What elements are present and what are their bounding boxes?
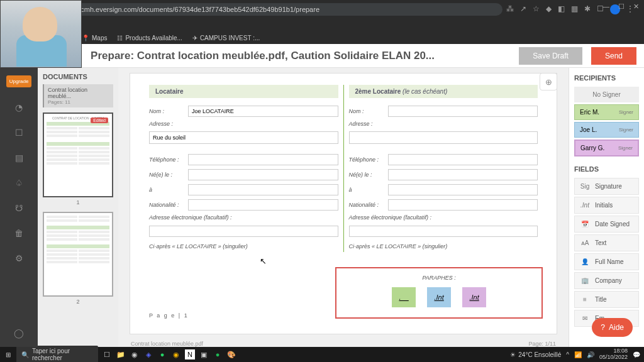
field-text[interactable]: ᴀAText bbox=[574, 234, 639, 251]
bookmark-maps[interactable]: 📍 Maps bbox=[82, 35, 107, 41]
whatsapp-icon[interactable]: ● bbox=[157, 349, 167, 359]
initials-field-garry[interactable]: .Int bbox=[462, 287, 486, 307]
upgrade-button[interactable]: Upgrade bbox=[6, 75, 32, 87]
footer-note-left: Ci-après « LE LOCATAIRE » (singulier) bbox=[149, 243, 338, 250]
trash-icon[interactable]: 🗑 bbox=[14, 228, 23, 238]
start-button[interactable]: ⊞ bbox=[4, 351, 13, 358]
email-right-input[interactable] bbox=[349, 226, 538, 237]
field-date-signed[interactable]: 📅Date Signed bbox=[574, 216, 639, 233]
send-button[interactable]: Send bbox=[591, 47, 636, 65]
recipient-eric[interactable]: Eric M.Signer bbox=[574, 104, 639, 120]
locataire2-column: 2ème Locataire (le cas échéant) Nom : Ad… bbox=[344, 85, 543, 252]
aide-button[interactable]: ? Aide bbox=[592, 318, 633, 337]
taskbar-search[interactable]: 🔍 Taper ici pour rechercher bbox=[16, 346, 98, 362]
browser-chrome: ericmh.eversign.com/documents/67934de13f… bbox=[0, 0, 644, 31]
bookmark-products[interactable]: ☷ Products Available... bbox=[117, 35, 182, 41]
ext2-icon[interactable]: ◧ bbox=[558, 4, 565, 14]
star-icon[interactable]: ☆ bbox=[533, 4, 540, 14]
recipient-joe[interactable]: Joe L.Signer bbox=[574, 122, 639, 138]
current-document[interactable]: Contrat location meublé... Pages: 11 bbox=[43, 84, 113, 107]
edge-icon[interactable]: ◉ bbox=[130, 349, 140, 359]
tel-left-input[interactable] bbox=[188, 154, 338, 165]
bookmark-campus[interactable]: ✈ CAMPUS INVEST :... bbox=[192, 35, 260, 41]
app-sidebar: Upgrade ◔ ☐ ▤ ♤ ☋ 🗑 ⚙ ◯ bbox=[0, 44, 38, 347]
thumb-num-1: 1 bbox=[43, 199, 113, 206]
save-draft-button[interactable]: Save Draft bbox=[519, 47, 582, 65]
ne-right-input[interactable] bbox=[388, 169, 538, 180]
explorer-icon[interactable]: 📁 bbox=[116, 349, 126, 359]
recipients-title: RECIPIENTS bbox=[574, 74, 639, 82]
a-right-input[interactable] bbox=[388, 184, 538, 195]
spotify-icon[interactable]: ● bbox=[213, 349, 223, 359]
thumbnail-1[interactable]: Edited CONTRAT DE LOCATION – LOGEM bbox=[43, 112, 113, 197]
volume-icon[interactable]: 🔊 bbox=[587, 351, 594, 358]
dashboard-icon[interactable]: ◔ bbox=[15, 102, 23, 112]
chevron-up-icon[interactable]: ^ bbox=[566, 351, 569, 358]
taskview-icon[interactable]: ☐ bbox=[102, 349, 112, 359]
notion-icon[interactable]: N bbox=[185, 349, 195, 359]
templates-icon[interactable]: ▤ bbox=[15, 153, 23, 163]
initials-field-eric[interactable]: .__ bbox=[392, 287, 416, 307]
weather-widget[interactable]: ☀ 24°C Ensoleillé bbox=[510, 351, 561, 358]
app2-icon[interactable]: ▣ bbox=[199, 349, 209, 359]
contacts-icon[interactable]: ☋ bbox=[15, 203, 23, 213]
nom-left-input[interactable] bbox=[188, 106, 338, 117]
help-icon[interactable]: ◯ bbox=[14, 328, 24, 338]
wifi-icon[interactable]: 📶 bbox=[574, 351, 582, 358]
nat-right-input[interactable] bbox=[388, 199, 538, 211]
address-bar[interactable]: ericmh.eversign.com/documents/67934de13f… bbox=[68, 3, 502, 16]
ext1-icon[interactable]: ◆ bbox=[546, 4, 552, 14]
documents-title: DOCUMENTS bbox=[43, 73, 113, 80]
tel-right-input[interactable] bbox=[388, 154, 538, 165]
content-row: DOCUMENTS Contrat location meublé... Pag… bbox=[38, 68, 644, 347]
email-left-input[interactable] bbox=[149, 226, 338, 237]
field-title[interactable]: ≡Title bbox=[574, 291, 639, 308]
paint-icon[interactable]: 🎨 bbox=[226, 349, 236, 359]
col-left-header: Locataire bbox=[149, 85, 338, 98]
field-initials[interactable]: .IntInitials bbox=[574, 197, 639, 214]
ext3-icon[interactable]: ▦ bbox=[571, 4, 578, 14]
page-title: Prepare: Contrat location meublée.pdf, C… bbox=[91, 50, 510, 62]
locataire-column: Locataire Nom : Adresse : Téléphone : Né… bbox=[144, 85, 344, 252]
share-icon[interactable]: ↗ bbox=[520, 4, 526, 14]
taskbar-clock[interactable]: 18:0805/10/2022 bbox=[599, 348, 628, 361]
adresse-right-input[interactable] bbox=[349, 131, 538, 144]
settings-icon[interactable]: ⚙ bbox=[15, 253, 23, 263]
chrome-icon[interactable]: ◉ bbox=[171, 349, 181, 359]
right-panel: RECIPIENTS No Signer Eric M.Signer Joe L… bbox=[569, 68, 644, 347]
document-page-1: Locataire Nom : Adresse : Téléphone : Né… bbox=[130, 73, 557, 334]
app1-icon[interactable]: ◈ bbox=[143, 349, 153, 359]
notifications-icon[interactable]: 💬 bbox=[633, 351, 640, 358]
recipient-garry[interactable]: Garry G.Signer bbox=[574, 140, 639, 156]
field-full-name[interactable]: 👤Full Name bbox=[574, 253, 639, 270]
thumbnail-2[interactable] bbox=[43, 212, 113, 297]
field-company[interactable]: 🏢Company bbox=[574, 272, 639, 289]
adresse-left-input[interactable] bbox=[149, 131, 338, 144]
paraphes-box: PARAPHES : .__ .Int .Int bbox=[335, 267, 543, 319]
edited-badge: Edited bbox=[91, 118, 108, 123]
recipient-none[interactable]: No Signer bbox=[574, 87, 639, 102]
documents-panel: DOCUMENTS Contrat location meublé... Pag… bbox=[38, 68, 118, 347]
paraphes-title: PARAPHES : bbox=[345, 275, 533, 281]
taskbar: ⊞ 🔍 Taper ici pour rechercher ☐ 📁 ◉ ◈ ● … bbox=[0, 347, 644, 362]
page-number: P a g e | 1 bbox=[144, 312, 189, 319]
nat-left-input[interactable] bbox=[188, 199, 338, 211]
puzzle-icon[interactable]: ✱ bbox=[584, 4, 591, 14]
webcam-overlay bbox=[0, 0, 82, 68]
window-controls[interactable]: —☐✕ bbox=[602, 3, 639, 11]
translate-icon[interactable]: ⁂ bbox=[506, 4, 514, 14]
field-signature[interactable]: SigSignature bbox=[574, 178, 639, 195]
fields-title: FIELDS bbox=[574, 165, 639, 173]
initials-field-joe[interactable]: .Int bbox=[427, 287, 451, 307]
ne-left-input[interactable] bbox=[188, 169, 338, 180]
nom-right-input[interactable] bbox=[388, 106, 538, 117]
preview-area[interactable]: ⊕ Locataire Nom : Adresse : Téléphone : … bbox=[118, 68, 569, 347]
a-left-input[interactable] bbox=[188, 184, 338, 195]
notify-icon[interactable]: ♤ bbox=[15, 178, 23, 188]
col-right-header: 2ème Locataire (le cas échéant) bbox=[349, 85, 538, 98]
zoom-button[interactable]: ⊕ bbox=[540, 73, 557, 90]
thumb-num-2: 2 bbox=[43, 299, 113, 305]
footer-note-right: Ci-après « LE LOCATAIRE » (singulier) bbox=[349, 243, 538, 250]
document-footer: Contrat location meublée.pdfPage: 1/11 bbox=[130, 338, 557, 347]
documents-icon[interactable]: ☐ bbox=[15, 128, 23, 138]
